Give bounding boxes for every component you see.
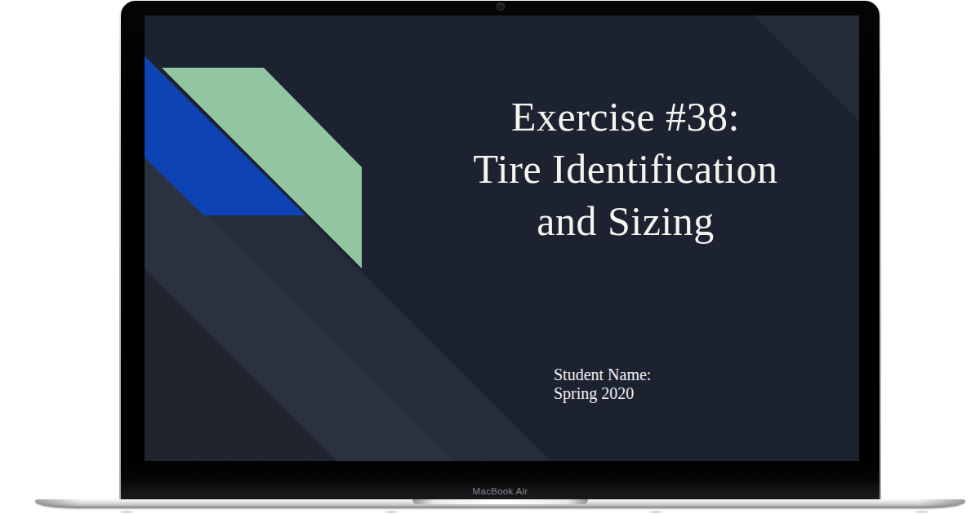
laptop-foot-shadow	[385, 511, 398, 513]
slide-title-line: Exercise #38:	[421, 91, 830, 143]
laptop-foot-shadow	[120, 511, 133, 513]
slide-subtitle: Student Name: Spring 2020	[554, 366, 799, 403]
laptop-chin-bezel: MacBook Air	[121, 461, 880, 500]
laptop-base	[35, 499, 965, 508]
slide-title-line: Tire Identification	[421, 143, 830, 195]
webcam-icon	[497, 3, 504, 10]
slide-title-line: and Sizing	[421, 195, 830, 247]
laptop-screen-bezel: Exercise #38: Tire Identification and Si…	[121, 1, 880, 499]
laptop-lid-notch	[412, 499, 588, 504]
presentation-slide: Exercise #38: Tire Identification and Si…	[145, 16, 859, 461]
slide-subtitle-line: Spring 2020	[554, 384, 799, 403]
slide-subtitle-line: Student Name:	[554, 366, 799, 384]
laptop-mockup: Exercise #38: Tire Identification and Si…	[119, 0, 881, 499]
device-model-label: MacBook Air	[121, 486, 880, 496]
laptop-base-right-edge	[908, 499, 965, 508]
laptop-foot-shadow	[649, 511, 662, 513]
laptop-base-left-edge	[35, 499, 92, 508]
laptop-foot-shadow	[915, 511, 929, 513]
slide-title: Exercise #38: Tire Identification and Si…	[421, 91, 830, 247]
